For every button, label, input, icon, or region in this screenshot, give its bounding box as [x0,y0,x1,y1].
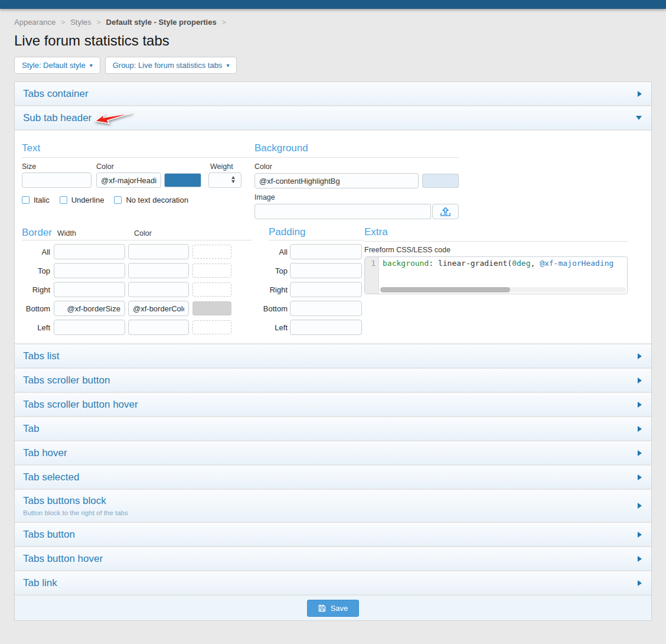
row-label: Left [22,323,54,332]
style-dropdown-button[interactable]: Style: Default style ▾ [14,57,100,74]
text-weight-select[interactable] [208,173,241,188]
row-label: Top [252,266,290,275]
padding-bottom-input[interactable] [290,301,362,316]
padding-row-top: Top [252,263,364,278]
chevron-right-icon [638,353,642,359]
freeform-css-label: Freeform CSS/LESS code [364,246,628,254]
border-right-color-input[interactable] [128,282,189,297]
css-code-editor[interactable]: 1 background: linear-gradient(0deg, @xf-… [364,256,628,294]
breadcrumb-separator: > [97,18,101,27]
style-dropdown-label: Style: Default style [22,61,86,70]
accordion-header-tabs-container[interactable]: Tabs container [15,82,651,106]
border-bottom-width-input[interactable] [54,301,125,316]
accordion-header-tab-selected[interactable]: Tab selected [15,466,651,490]
border-top-color-swatch[interactable] [192,264,231,278]
border-left-color-input[interactable] [128,320,189,335]
row-label: Top [22,266,54,275]
style-properties-accordion: Tabs container Sub tab header Text Size … [14,82,652,621]
accordion-header-tabs-button-hover[interactable]: Tabs button hover [15,547,651,571]
code-punct: , [530,259,540,268]
upload-icon [440,207,451,217]
red-annotation-arrow-icon [94,112,133,125]
border-all-color-input[interactable] [128,244,189,259]
accordion-header-tabs-scroller-button-hover[interactable]: Tabs scroller button hover [15,393,651,417]
breadcrumb-styles[interactable]: Styles [70,18,91,27]
padding-all-input[interactable] [290,244,362,259]
border-row-left: Left [22,320,252,335]
row-label: Left [252,323,290,332]
accordion-header-tab[interactable]: Tab [15,417,651,441]
border-right-width-input[interactable] [54,282,125,297]
row-label: All [252,248,290,256]
border-row-right: Right [22,282,252,297]
select-stepper-icon [231,176,235,183]
chevron-right-icon [638,426,642,432]
underline-checkbox[interactable]: Underline [60,196,105,204]
chevron-down-icon: ▾ [90,62,93,69]
size-label: Size [22,162,96,171]
border-all-color-swatch[interactable] [192,245,231,259]
padding-row-bottom: Bottom [252,301,364,316]
border-row-all: All [22,244,252,259]
accordion-title: Tabs container [23,88,89,100]
text-color-swatch[interactable] [164,173,201,187]
padding-left-input[interactable] [290,320,362,335]
accordion-title: Tabs button [23,529,75,541]
padding-top-input[interactable] [290,263,362,278]
accordion-header-tabs-buttons-block[interactable]: Tabs buttons block Button block to the r… [15,490,651,523]
accordion-header-tab-hover[interactable]: Tab hover [15,441,651,466]
accordion-header-sub-tab-header[interactable]: Sub tab header [15,106,651,131]
checkbox-icon [60,196,67,204]
underline-label: Underline [71,196,105,204]
border-left-width-input[interactable] [54,320,125,335]
image-upload-button[interactable] [432,204,459,219]
padding-right-input[interactable] [290,282,362,297]
row-label: Bottom [252,304,290,313]
sub-tab-header-panel: Text Size Color Weight [15,131,651,344]
border-right-color-swatch[interactable] [192,282,231,297]
accordion-title: Tab [23,423,39,435]
group-dropdown-label: Group: Live forum statistics tabs [113,61,223,70]
chevron-right-icon [638,503,642,509]
accordion-header-tabs-button[interactable]: Tabs button [15,523,651,547]
accordion-header-tabs-list[interactable]: Tabs list [15,344,651,369]
text-section: Text Size Color Weight [22,142,253,204]
border-top-width-input[interactable] [54,263,125,278]
padding-row-right: Right [252,282,364,297]
accordion-title: Tabs button hover [23,553,103,565]
chevron-right-icon [638,532,642,538]
chevron-right-icon [638,474,642,480]
code-variable: @xf-majorHeading [540,259,613,268]
chevron-right-icon [638,556,642,562]
no-text-decoration-checkbox[interactable]: No text decoration [114,196,188,204]
border-bottom-color-input[interactable] [128,301,189,316]
chevron-right-icon [638,378,642,383]
accordion-header-tab-link[interactable]: Tab link [15,571,651,596]
border-left-color-swatch[interactable] [192,320,231,334]
breadcrumb-current[interactable]: Default style - Style properties [106,18,217,27]
italic-checkbox[interactable]: Italic [22,196,50,204]
text-size-input[interactable] [22,173,92,188]
text-color-input[interactable] [96,173,161,188]
breadcrumb-separator: > [61,18,65,27]
form-footer: Save [15,596,651,620]
group-dropdown-button[interactable]: Group: Live forum statistics tabs ▾ [105,57,237,74]
background-color-swatch[interactable] [422,174,459,188]
background-color-input[interactable] [254,173,419,188]
breadcrumb-appearance[interactable]: Appearance [14,18,56,27]
border-top-color-input[interactable] [128,263,189,278]
top-navigation-bar [0,0,666,9]
save-button[interactable]: Save [307,600,360,617]
weight-label: Weight [210,162,233,171]
extra-section: Extra Freeform CSS/LESS code 1 backgroun… [364,226,628,294]
border-all-width-input[interactable] [54,244,125,259]
padding-row-left: Left [252,320,364,335]
background-image-input[interactable] [254,204,431,219]
code-function: linear-gradient( [438,259,512,268]
border-bottom-color-swatch[interactable] [192,301,231,316]
scrollbar-thumb[interactable] [380,287,510,292]
accordion-header-tabs-scroller-button[interactable]: Tabs scroller button [15,369,651,393]
row-label: Right [252,285,290,294]
filter-bar: Style: Default style ▾ Group: Live forum… [14,57,652,74]
border-color-label: Color [134,229,152,238]
